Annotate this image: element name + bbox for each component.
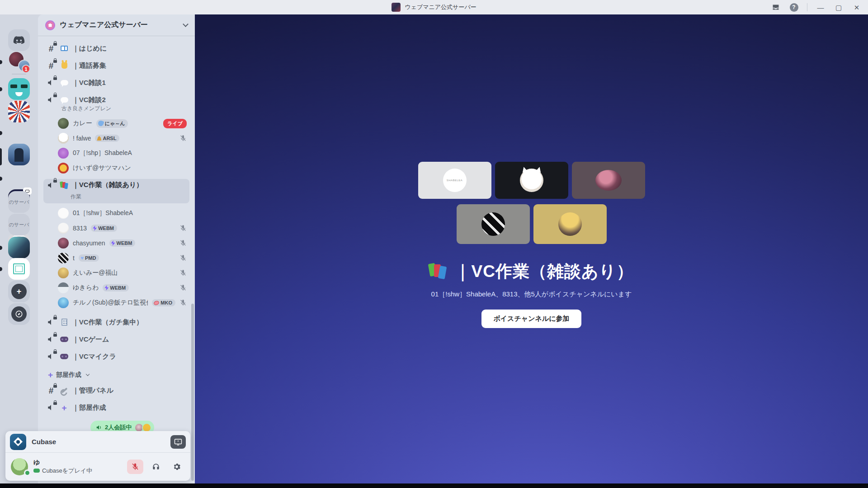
deafen-button[interactable] (148, 460, 164, 474)
mic-mute-button[interactable] (127, 460, 143, 474)
participant-tile[interactable]: SHABELEA (418, 162, 491, 199)
chevron-down-icon (183, 21, 189, 27)
participant-tile[interactable] (495, 162, 568, 199)
channel-tsuwabosyu[interactable]: # ｜通話募集 (43, 59, 189, 72)
inbox-icon[interactable] (768, 1, 783, 13)
unread-dot (0, 246, 2, 250)
voice-user-row[interactable]: 8313 WEBM (58, 222, 187, 235)
voice-user-name: チルノ(Sub)@飯テロ監視係 (73, 299, 148, 307)
server-icon-easel[interactable] (8, 258, 30, 280)
voice-presence-text: 01［!shw］ShabeleA、8313、他5人がボイスチャンネルにいます (431, 290, 632, 299)
participant-tile[interactable] (572, 162, 645, 199)
home-button[interactable] (8, 29, 30, 51)
channel-vc-minecraft[interactable]: ｜VCマイクラ (43, 350, 189, 363)
unread-dot (0, 131, 2, 135)
speaker-lock-icon (46, 318, 56, 326)
channel-vc-sagyo-gachi[interactable]: ｜VC作業（ガチ集中） (43, 315, 189, 329)
window-title: ウェブマニア公式サーバー (405, 3, 476, 11)
stream-share-button[interactable] (170, 435, 186, 449)
speaker-lock-icon (46, 335, 56, 343)
voice-user-row[interactable]: カレー にゃ～ん ライブ (58, 117, 187, 130)
avatar (595, 170, 622, 191)
avatar (58, 118, 69, 129)
plus-icon: + (48, 371, 53, 379)
participant-tile[interactable] (457, 204, 530, 244)
category-heya-sakusei[interactable]: + 部屋作成 (48, 371, 185, 379)
online-status-dot (24, 469, 31, 476)
mic-muted-icon (179, 225, 187, 232)
voice-user-row[interactable]: ゆきらわ WEBM (58, 282, 187, 294)
server-home-badge-icon (45, 20, 55, 30)
unread-dot (0, 177, 2, 181)
mic-muted-icon (179, 239, 187, 247)
minimize-button[interactable]: — (813, 1, 828, 13)
user-tag-badge: MKO (152, 299, 175, 306)
voice-channel-view: SHABELEA ｜VC作業（雑談あり） 01［!shw］ShabeleA、83… (195, 14, 868, 483)
avatar (58, 238, 69, 249)
channel-vc-sagyo-zatsudan-selected[interactable]: ｜VC作業（雑談あり） 作業 (43, 179, 189, 203)
channel-label: ｜VC雑談1 (72, 79, 106, 87)
voice-user-name: 01［!shw］ShabeleA (73, 209, 133, 217)
voice-user-row[interactable]: チルノ(Sub)@飯テロ監視係 MKO (58, 296, 187, 309)
voice-user-row[interactable]: 07［!shp］ShabeleA (58, 147, 187, 160)
voice-user-row[interactable]: けいず@サツマハン (58, 162, 187, 174)
server-header[interactable]: ウェブマニア公式サーバー (38, 14, 195, 36)
voice-user-name: t (73, 254, 75, 262)
server-folder[interactable]: のサーバ (8, 191, 30, 213)
plus-emoji-icon: + (60, 404, 69, 412)
mic-muted-icon (179, 135, 187, 142)
speaker-lock-icon (46, 79, 56, 87)
close-button[interactable]: ✕ (849, 1, 864, 13)
channel-label: ｜VC作業（雑談あり） (72, 181, 143, 189)
voice-user-name: chasyumen (73, 239, 105, 247)
help-icon[interactable]: ? (786, 1, 802, 13)
channel-vc-game[interactable]: ｜VCゲーム (43, 333, 189, 346)
voice-user-row[interactable]: 01［!shw］ShabeleA (58, 207, 187, 220)
voice-user-name: けいず@サツマハン (73, 164, 131, 172)
speaker-lock-icon (46, 96, 56, 104)
avatar (58, 223, 69, 234)
voice-user-row[interactable]: えいみー@福山 (58, 267, 187, 279)
voice-user-name: ゆきらわ (73, 284, 99, 292)
add-server-button[interactable]: + (8, 281, 30, 302)
voice-user-name: 8313 (73, 225, 87, 232)
sidebar-scrollbar[interactable] (191, 304, 194, 481)
voice-user-name: 07［!shp］ShabeleA (73, 149, 132, 157)
avatar (558, 212, 582, 236)
avatar (58, 133, 69, 144)
voice-user-name: えいみー@福山 (73, 269, 118, 277)
mic-muted-icon (179, 254, 187, 262)
channel-heya-sakusei[interactable]: + ｜部屋作成 (43, 401, 189, 414)
settings-gear-button[interactable] (169, 460, 185, 474)
join-voice-button[interactable]: ボイスチャンネルに参加 (481, 310, 581, 328)
user-tag-badge: WEBM (103, 284, 129, 291)
unread-dot (0, 60, 2, 64)
avatar (58, 208, 69, 219)
participant-tile[interactable] (533, 204, 607, 244)
avatar (58, 267, 69, 278)
explore-servers-button[interactable] (8, 303, 30, 325)
server-rail: 1 のサーバ のサーバ + (0, 14, 38, 483)
wrench-emoji-icon (60, 389, 69, 391)
channel-hajimeni[interactable]: # ｜はじめに (43, 42, 189, 55)
dm-unread-badge: 1 (22, 65, 30, 73)
speaker-lock-icon (46, 352, 56, 361)
voice-user-row[interactable]: t ♥PMD (58, 252, 187, 264)
hash-lock-icon: # (46, 61, 56, 70)
voice-user-row[interactable]: ! falwe ARSL (58, 132, 187, 145)
dm-cluster[interactable]: 1 (8, 52, 30, 74)
user-panel: Cubase ゆ Cubaseをプレイ中 (5, 431, 190, 481)
channel-vc-zatsudan1[interactable]: ｜VC雑談1 (43, 76, 189, 89)
channel-kanri-panel[interactable]: # ｜管理パネル (43, 384, 189, 397)
server-icon-teal[interactable] (8, 78, 30, 100)
voice-user-row[interactable]: chasyumen WEBM (58, 237, 187, 249)
server-folder[interactable]: のサーバ (8, 214, 30, 235)
user-tag-badge: ARSL (95, 135, 119, 142)
server-icon-art[interactable] (8, 101, 30, 122)
me-row[interactable]: ゆ Cubaseをプレイ中 (5, 453, 190, 480)
server-icon-suit[interactable] (8, 144, 30, 165)
avatar (58, 148, 69, 159)
channel-label: ｜VC雑談2 (72, 96, 106, 104)
server-icon-miku[interactable] (8, 237, 30, 258)
maximize-button[interactable]: ▢ (831, 1, 846, 13)
